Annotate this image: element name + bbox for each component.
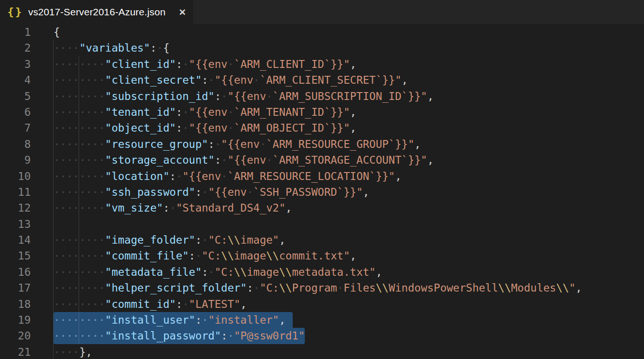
line-number[interactable]: 5 [0, 88, 31, 104]
code-line-14[interactable]: 14········"image_folder":·"C:\\image", [0, 232, 644, 248]
json-string: `ARM_CLIENT_SECRET`}}" [260, 74, 402, 86]
code-line-5[interactable]: 5········"subscription_id":·"{{env·`ARM_… [0, 88, 644, 104]
line-number[interactable]: 20 [0, 328, 31, 344]
line-number[interactable]: 18 [0, 296, 31, 312]
json-string: `ARM_RESOURCE_GROUP`}}" [266, 138, 415, 150]
code-line-15[interactable]: 15········"commit_file":·"C:\\image\\com… [0, 248, 644, 264]
punctuation: : [247, 282, 253, 294]
code-line-2[interactable]: 2····"variables":·{ [0, 40, 644, 56]
whitespace-dots: · [221, 90, 228, 102]
whitespace-dots: ········ [54, 122, 105, 134]
punctuation: , [279, 234, 286, 246]
json-string: image [234, 250, 266, 262]
json-string: "C: [215, 266, 234, 278]
whitespace-dots: ········ [54, 234, 105, 246]
line-number[interactable]: 13 [0, 216, 31, 232]
line-number[interactable]: 17 [0, 280, 31, 296]
line-number[interactable]: 8 [0, 136, 31, 152]
code-line-11[interactable]: 11········"ssh_password":·"{{env·`SSH_PA… [0, 184, 644, 200]
line-number[interactable]: 9 [0, 152, 31, 168]
line-content: ········"image_folder":·"C:\\image", [31, 232, 286, 248]
line-number[interactable]: 11 [0, 184, 31, 200]
punctuation: : [176, 298, 182, 310]
code-line-10[interactable]: 10········"location":·"{{env·`ARM_RESOUR… [0, 168, 644, 184]
json-key: "install_user" [105, 314, 195, 326]
line-number[interactable]: 14 [0, 232, 31, 248]
json-string: "installer" [208, 314, 279, 326]
whitespace-dots: · [266, 90, 273, 102]
json-key: "tenant_id" [105, 106, 176, 118]
code-line-13[interactable]: 13 [0, 216, 644, 232]
whitespace-dots: ···· [54, 42, 79, 54]
line-number[interactable]: 12 [0, 200, 31, 216]
punctuation: : [215, 90, 221, 102]
line-number[interactable]: 3 [0, 56, 31, 72]
line-content: ········"ssh_password":·"{{env·`SSH_PASS… [31, 184, 369, 200]
json-string: "C: [202, 250, 221, 262]
code-line-21[interactable]: 21····}, [0, 344, 644, 359]
line-number[interactable]: 10 [0, 168, 31, 184]
line-content: ········"subscription_id":·"{{env·`ARM_S… [31, 88, 434, 104]
code-line-16[interactable]: 16········"metadata_file":·"C:\\image\\m… [0, 264, 644, 280]
code-line-8[interactable]: 8········"resource_group":·"{{env·`ARM_R… [0, 136, 644, 152]
json-key: "image_folder" [105, 234, 195, 246]
json-string: "Standard_DS4_v2" [176, 202, 285, 214]
json-key: "commit_file" [105, 250, 189, 262]
line-number[interactable]: 1 [0, 24, 31, 40]
whitespace-dots: · [182, 122, 189, 134]
code-line-9[interactable]: 9········"storage_account":·"{{env·`ARM_… [0, 152, 644, 168]
line-content: ········"storage_account":·"{{env·`ARM_S… [31, 152, 434, 168]
code-line-6[interactable]: 6········"tenant_id":·"{{env·`ARM_TENANT… [0, 104, 644, 120]
punctuation: { [163, 42, 169, 54]
line-number[interactable]: 21 [0, 344, 31, 359]
line-number[interactable]: 2 [0, 40, 31, 56]
whitespace-dots: ········ [54, 106, 105, 118]
tab-close-icon[interactable]: ✕ [179, 7, 186, 18]
whitespace-dots: · [228, 106, 234, 118]
line-number[interactable]: 4 [0, 72, 31, 88]
line-number[interactable]: 16 [0, 264, 31, 280]
whitespace-dots: · [169, 202, 176, 214]
escape-sequence: \\ [556, 282, 569, 294]
tab-vs2017-server2016-azure-json[interactable]: {} vs2017-Server2016-Azure.json ✕ [0, 0, 193, 24]
code-line-17[interactable]: 17········"helper_script_folder":·"C:\\P… [0, 280, 644, 296]
selection-highlight: ········"install_user":·"installer", [54, 312, 293, 328]
whitespace-dots: · [228, 122, 234, 134]
json-string: "LATEST" [189, 298, 241, 310]
json-string: `ARM_STORAGE_ACCOUNT`}}" [273, 154, 427, 166]
code-line-1[interactable]: 1{ [0, 24, 644, 40]
line-content: ········"install_user":·"installer", [31, 312, 293, 328]
selected-newline [286, 323, 293, 324]
json-key: "location" [105, 170, 169, 182]
code-line-19[interactable]: 19········"install_user":·"installer", [0, 312, 644, 328]
code-line-7[interactable]: 7········"object_id":·"{{env·`ARM_OBJECT… [0, 120, 644, 136]
punctuation: : [195, 186, 202, 198]
json-file-icon: {} [7, 6, 23, 18]
line-content: ········"vm_size":·"Standard_DS4_v2", [31, 200, 292, 216]
punctuation: , [350, 122, 356, 134]
whitespace-dots: · [247, 186, 253, 198]
whitespace-dots: · [221, 154, 228, 166]
code-line-12[interactable]: 12········"vm_size":·"Standard_DS4_v2", [0, 200, 644, 216]
code-line-3[interactable]: 3········"client_id":·"{{env·`ARM_CLIENT… [0, 56, 644, 72]
line-number[interactable]: 19 [0, 312, 31, 328]
code-lines: 1{2····"variables":·{3········"client_id… [0, 24, 644, 359]
json-key: "object_id" [105, 122, 176, 134]
punctuation: , [395, 170, 402, 182]
whitespace-dots: ········ [54, 314, 105, 326]
punctuation: , [350, 58, 356, 70]
json-string: `SSH_PASSWORD`}}" [253, 186, 362, 198]
json-string: image [247, 266, 279, 278]
whitespace-dots: · [182, 106, 189, 118]
whitespace-dots: ········ [54, 330, 105, 342]
line-number[interactable]: 15 [0, 248, 31, 264]
code-editor[interactable]: 1{2····"variables":·{3········"client_id… [0, 24, 644, 359]
whitespace-dots: ········ [54, 58, 105, 70]
code-line-18[interactable]: 18········"commit_id":·"LATEST", [0, 296, 644, 312]
whitespace-dots: ········ [54, 90, 105, 102]
whitespace-dots: · [202, 234, 208, 246]
code-line-20[interactable]: 20········"install_password":·"P@ssw0rd1… [0, 328, 644, 344]
line-number[interactable]: 6 [0, 104, 31, 120]
line-number[interactable]: 7 [0, 120, 31, 136]
code-line-4[interactable]: 4········"client_secret":·"{{env·`ARM_CL… [0, 72, 644, 88]
